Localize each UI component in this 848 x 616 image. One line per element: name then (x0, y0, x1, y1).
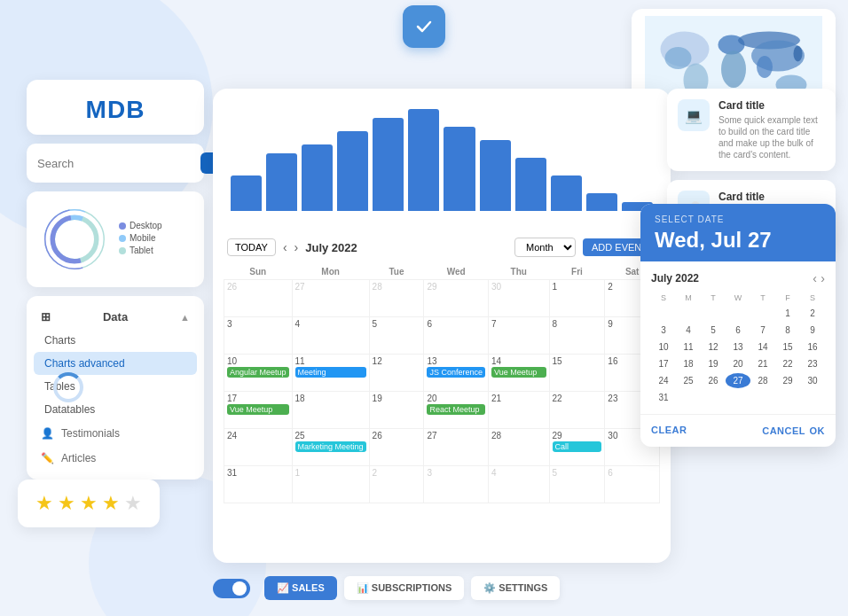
tab-subscriptions[interactable]: 📊 SUBSCRIPTIONS (344, 576, 465, 600)
cal-cell[interactable]: 2 (369, 466, 424, 503)
dp-day[interactable]: 26 (701, 373, 726, 388)
cal-cell[interactable]: 17Vue Meetup (224, 392, 293, 429)
toggle-switch[interactable] (213, 579, 250, 598)
cal-cell[interactable]: 3 (424, 466, 489, 503)
cal-cell[interactable]: 8 (549, 317, 605, 355)
dp-day[interactable]: 10 (651, 339, 676, 355)
cal-cell[interactable]: 11Meeting (292, 355, 369, 392)
dp-day[interactable]: 1 (775, 306, 800, 321)
cal-cell[interactable]: 20React Meetup (424, 392, 489, 429)
cal-cell[interactable]: 29Call (549, 429, 605, 466)
dp-day[interactable]: 23 (800, 356, 825, 371)
dp-day[interactable]: 18 (676, 356, 701, 371)
cal-cell[interactable]: 13JS Conference (424, 355, 489, 392)
dp-day[interactable]: 29 (775, 373, 800, 388)
cal-cell[interactable]: 3 (224, 317, 293, 355)
cal-cell[interactable]: 1 (292, 466, 369, 503)
cal-event[interactable]: Meeting (295, 367, 366, 378)
cal-cell[interactable]: 6 (605, 466, 660, 503)
star-4[interactable]: ★ (102, 492, 120, 515)
cal-event[interactable]: Angular Meetup (227, 367, 289, 378)
dp-day[interactable]: 4 (676, 323, 701, 338)
cal-event[interactable]: Vue Meetup (227, 404, 289, 415)
cal-next-button[interactable]: › (294, 240, 299, 254)
cal-cell[interactable]: 5 (369, 317, 424, 355)
dp-day[interactable]: 14 (750, 339, 775, 355)
tab-sales[interactable]: 📈 SALES (264, 576, 337, 600)
cal-cell[interactable]: 28 (369, 280, 424, 317)
cal-cell[interactable]: 5 (549, 466, 605, 503)
star-3[interactable]: ★ (80, 492, 98, 515)
cal-cell[interactable]: 28 (489, 429, 550, 466)
dp-day[interactable]: 15 (775, 339, 800, 355)
dp-day[interactable]: 13 (726, 339, 750, 355)
cal-cell[interactable]: 4 (292, 317, 369, 355)
search-input[interactable] (37, 157, 186, 170)
dp-day[interactable]: 12 (701, 339, 726, 355)
dp-prev-month-button[interactable]: ‹ (813, 272, 817, 285)
cal-cell[interactable]: 14Vue Meetup (489, 355, 550, 392)
cal-cell[interactable]: 19 (369, 392, 424, 429)
cal-cell[interactable]: 30 (489, 280, 550, 317)
dp-day[interactable]: 27 (726, 373, 750, 388)
cal-cell[interactable]: 1 (549, 280, 605, 317)
dp-day[interactable]: 24 (651, 373, 676, 388)
dp-day[interactable]: 5 (701, 323, 726, 338)
dp-day[interactable]: 20 (726, 356, 750, 371)
cal-cell[interactable]: 29 (424, 280, 489, 317)
dp-day[interactable]: 21 (750, 356, 775, 371)
calendar-view-select[interactable]: MonthWeekDay (514, 238, 576, 257)
cal-prev-button[interactable]: ‹ (283, 240, 287, 254)
star-5[interactable]: ★ (124, 492, 142, 515)
dp-day[interactable]: 7 (750, 323, 775, 338)
cal-cell[interactable]: 21 (489, 392, 550, 429)
cal-cell[interactable]: 31 (224, 466, 293, 503)
dp-ok-button[interactable]: OK (810, 425, 826, 436)
today-button[interactable]: TODAY (227, 238, 276, 256)
dp-day[interactable]: 22 (775, 356, 800, 371)
cal-event[interactable]: Marketing Meeting (295, 441, 366, 452)
dp-day[interactable]: 19 (701, 356, 726, 371)
cal-cell[interactable]: 15 (549, 355, 605, 392)
dp-day[interactable]: 16 (800, 339, 825, 355)
dp-day[interactable]: 3 (651, 323, 676, 338)
nav-collapse-icon[interactable]: ▲ (180, 312, 190, 323)
dp-day[interactable]: 11 (676, 339, 701, 355)
cal-cell[interactable]: 10Angular Meetup (224, 355, 293, 392)
cal-cell[interactable]: 27 (292, 280, 369, 317)
search-bar-card[interactable]: LOGIN (27, 144, 204, 183)
dp-day[interactable]: 31 (651, 390, 676, 405)
dp-day[interactable]: 28 (750, 373, 775, 388)
cal-cell[interactable]: 12 (369, 355, 424, 392)
nav-item-charts[interactable]: Charts (27, 329, 204, 352)
star-2[interactable]: ★ (58, 492, 75, 515)
cal-cell[interactable]: 22 (549, 392, 605, 429)
dp-day[interactable]: 25 (676, 373, 701, 388)
cal-cell[interactable]: 26 (369, 429, 424, 466)
cal-cell[interactable]: 25Marketing Meeting (292, 429, 369, 466)
dp-cancel-button[interactable]: CANCEL (762, 425, 805, 436)
dp-day[interactable]: 8 (775, 323, 800, 338)
dp-day[interactable]: 6 (726, 323, 750, 338)
star-1[interactable]: ★ (35, 492, 53, 515)
dp-day[interactable]: 9 (800, 323, 825, 338)
dp-day[interactable]: 2 (800, 306, 825, 321)
nav-section-header[interactable]: ⊞ Data ▲ (27, 305, 204, 329)
cal-cell[interactable]: 6 (424, 317, 489, 355)
cal-cell[interactable]: 27 (424, 429, 489, 466)
cal-event[interactable]: JS Conference (427, 367, 485, 378)
nav-testimonials[interactable]: 👤 Testimonials (27, 421, 204, 446)
cal-cell[interactable]: 7 (489, 317, 550, 355)
dp-day[interactable]: 17 (651, 356, 676, 371)
cal-event[interactable]: Vue Meetup (491, 367, 546, 378)
dp-clear-button[interactable]: CLEAR (651, 422, 687, 438)
dp-next-month-button[interactable]: › (821, 272, 825, 285)
cal-cell[interactable]: 24 (224, 429, 293, 466)
cal-cell[interactable]: 4 (489, 466, 550, 503)
nav-articles[interactable]: ✏️ Articles (27, 446, 204, 471)
dp-day[interactable]: 30 (800, 373, 825, 388)
cal-cell[interactable]: 26 (224, 280, 293, 317)
cal-event[interactable]: React Meetup (427, 404, 485, 415)
toggle-wrap[interactable] (213, 579, 250, 598)
cal-event[interactable]: Call (553, 441, 602, 452)
